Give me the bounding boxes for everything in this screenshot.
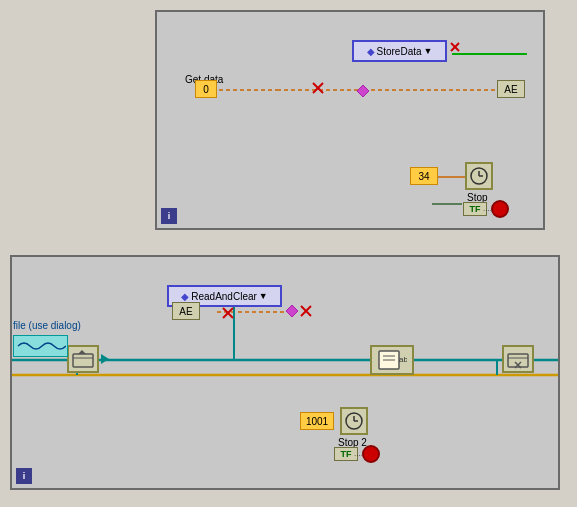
write-file-node[interactable]: ab: [370, 345, 414, 375]
wire-diamond-bottom: [286, 305, 298, 319]
tf-label-top: TF: [470, 204, 481, 214]
file-dialog-external-label: file (use dialog): [13, 320, 81, 331]
read-and-clear-prefix: ◆: [181, 291, 189, 302]
svg-marker-30: [78, 350, 86, 354]
info-icon-top: i: [161, 208, 177, 224]
store-data-label: StoreData: [377, 46, 422, 57]
ae-label-bottom: AE: [179, 306, 192, 317]
ae-label-top: AE: [504, 84, 517, 95]
wire-x-marker: [312, 82, 324, 96]
store-data-prefix: ◆: [367, 46, 375, 57]
thirty-four-value: 34: [418, 171, 429, 182]
teal-arrow-left: [101, 354, 109, 364]
wire-x-bottom: [300, 305, 312, 319]
wire-dots-bottom: ····: [354, 451, 363, 460]
top-panel: ◆ StoreData ▼ Get data 0 AE 34: [155, 10, 545, 230]
svg-marker-11: [357, 85, 369, 97]
stop-clock-icon[interactable]: [465, 162, 493, 190]
store-data-error-marker: [450, 42, 460, 52]
read-and-clear-x-marker: [222, 307, 234, 321]
read-and-clear-dropdown[interactable]: ▼: [259, 291, 268, 301]
svg-rect-29: [73, 354, 93, 367]
ae-node-top[interactable]: AE: [497, 80, 525, 98]
file-dialog-connector[interactable]: [13, 335, 68, 357]
bottom-panel: ◆ ReadAndClear ▼ AE file (use dialog): [10, 255, 560, 490]
read-and-clear-label: ReadAndClear: [191, 291, 257, 302]
store-data-node[interactable]: ◆ StoreData ▼: [352, 40, 447, 62]
tf-label-bottom: TF: [341, 449, 352, 459]
stop-button-top[interactable]: [491, 200, 509, 218]
svg-marker-24: [286, 305, 298, 317]
info-icon-bottom: i: [16, 468, 32, 484]
zero-value: 0: [203, 84, 209, 95]
zero-const-node[interactable]: 0: [195, 80, 217, 98]
close-file-node[interactable]: [502, 345, 534, 373]
ae-node-bottom[interactable]: AE: [172, 302, 200, 320]
wire-diamond: [357, 85, 369, 99]
stop-button-bottom[interactable]: [362, 445, 380, 463]
main-container: ◆ StoreData ▼ Get data 0 AE 34: [0, 0, 577, 507]
stop2-clock-icon[interactable]: [340, 407, 368, 435]
svg-text:ab: ab: [399, 355, 407, 364]
thousand-one-node[interactable]: 1001: [300, 412, 334, 430]
store-data-dropdown[interactable]: ▼: [424, 46, 433, 56]
open-file-node[interactable]: [67, 345, 99, 373]
thousand-one-value: 1001: [306, 416, 328, 427]
wire-dots-top: ····: [483, 206, 492, 215]
thirty-four-node[interactable]: 34: [410, 167, 438, 185]
